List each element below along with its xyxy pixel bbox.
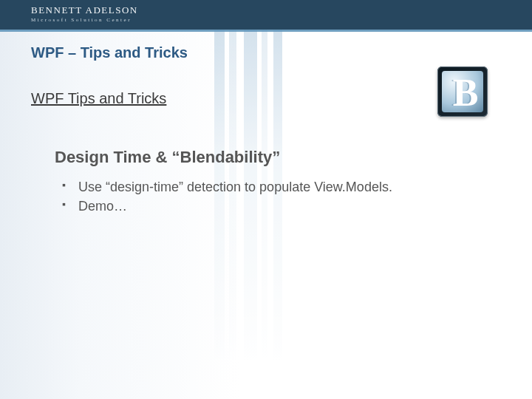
brand-name: BENNETT ADELSON — [31, 4, 138, 16]
brand-tagline: Microsoft Solution Center — [31, 17, 138, 23]
list-item: Use “design-time” detection to populate … — [75, 177, 488, 197]
brand-block: BENNETT ADELSON Microsoft Solution Cente… — [31, 4, 138, 23]
slide-subtitle: WPF Tips and Tricks — [31, 90, 166, 107]
logo-badge: B — [437, 66, 488, 117]
content-section: Design Time & “Blendability” Use “design… — [55, 148, 488, 216]
page-title: WPF – Tips and Tricks — [31, 44, 188, 61]
top-band: BENNETT ADELSON Microsoft Solution Cente… — [0, 0, 532, 30]
list-item: Demo… — [75, 197, 488, 216]
slide: BENNETT ADELSON Microsoft Solution Cente… — [0, 0, 532, 399]
logo-badge-letter: B — [453, 74, 479, 112]
section-title: Design Time & “Blendability” — [55, 148, 488, 167]
bullet-list: Use “design-time” detection to populate … — [55, 177, 488, 216]
